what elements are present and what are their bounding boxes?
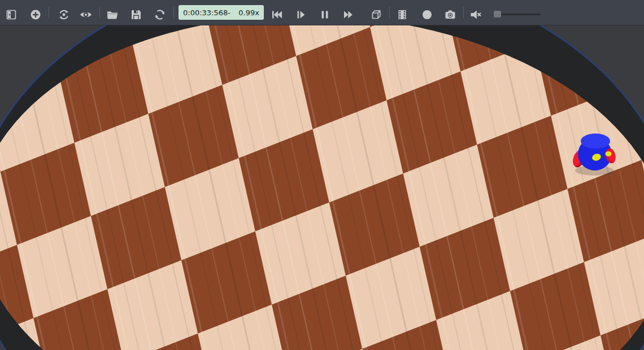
3d-viewport[interactable]	[0, 25, 644, 350]
panel-toggle-icon	[5, 8, 18, 21]
open-file-button[interactable]	[104, 6, 121, 23]
toolbar: 0:00:33:568 - 0.99x	[0, 0, 644, 25]
floppy-icon	[129, 8, 143, 21]
plus-circle-icon	[29, 8, 42, 21]
pause-icon	[318, 8, 332, 21]
filmstrip-icon	[395, 8, 409, 21]
robot-top	[581, 134, 610, 149]
reset-viewpoint-button[interactable]	[55, 6, 72, 23]
speaker-muted-icon	[469, 8, 482, 21]
toggle-panel-button[interactable]	[3, 6, 20, 23]
skip-back-icon	[270, 8, 284, 21]
volume-slider[interactable]	[491, 6, 543, 23]
fast-forward-icon	[342, 8, 355, 21]
toolbar-separator	[389, 7, 390, 19]
skip-back-button[interactable]	[268, 6, 285, 23]
toolbar-separator	[49, 7, 49, 19]
pause-button[interactable]	[316, 6, 333, 23]
toolbar-separator	[463, 7, 464, 19]
toggle-visibility-button[interactable]	[77, 6, 94, 23]
reload-world-button[interactable]	[151, 6, 168, 23]
step-forward-button[interactable]	[293, 6, 310, 23]
simulation-time-display: 0:00:33:568 - 0.99x	[179, 5, 264, 20]
toolbar-separator	[173, 7, 174, 19]
save-file-button[interactable]	[128, 6, 145, 23]
camera-icon	[443, 8, 457, 21]
step-icon	[294, 8, 308, 21]
mute-volume-button[interactable]	[467, 6, 484, 23]
fast-forward-button[interactable]	[340, 6, 357, 23]
record-circle-icon	[420, 8, 434, 21]
robot-sensor-right	[606, 151, 612, 156]
cube-icon	[369, 8, 383, 21]
record-movie-button[interactable]	[394, 6, 411, 23]
simulation-time: 0:00:33:568	[183, 8, 228, 17]
volume-slider-handle[interactable]	[494, 11, 501, 18]
record-animation-button[interactable]	[419, 6, 436, 23]
simulator-window: 0:00:33:568 - 0.99x	[0, 0, 644, 350]
screenshot-button[interactable]	[442, 6, 459, 23]
simulation-speed: 0.99x	[230, 8, 259, 17]
simulation-scene	[0, 25, 644, 350]
orbit-arrows-icon	[57, 8, 71, 21]
folder-icon	[106, 8, 119, 21]
reload-arrow-icon	[153, 8, 167, 21]
toolbar-separator	[99, 7, 100, 19]
eye-icon	[79, 8, 93, 21]
rendering-toggle-button[interactable]	[368, 6, 385, 23]
add-node-button[interactable]	[27, 6, 44, 23]
